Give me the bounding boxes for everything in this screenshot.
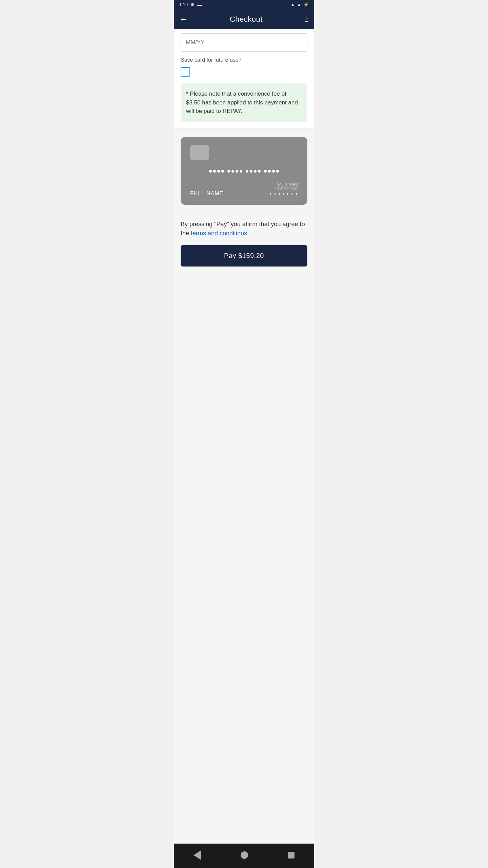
card-bottom: FULL NAME VALID THRU MONTH/YEAR • • • / … xyxy=(190,183,298,197)
back-nav-icon xyxy=(194,850,201,860)
dot xyxy=(221,170,224,173)
home-nav-icon xyxy=(241,851,248,859)
settings-icon: ⚙ xyxy=(190,2,195,7)
credit-card-visual: FULL NAME VALID THRU MONTH/YEAR • • • / … xyxy=(181,137,307,205)
wifi-icon: ▲ xyxy=(290,2,295,7)
dot xyxy=(258,170,261,173)
terms-section: By pressing "Pay" you affirm that you ag… xyxy=(174,213,314,244)
back-nav-button[interactable] xyxy=(191,848,204,863)
notice-text: * Please note that a convenience fee of … xyxy=(186,91,298,114)
page-title: Checkout xyxy=(230,15,263,24)
terms-text: By pressing "Pay" you affirm that you ag… xyxy=(181,220,307,239)
home-button[interactable]: ⌂ xyxy=(304,15,309,24)
back-icon: ← xyxy=(179,14,188,24)
pay-button-section: Pay $159.20 xyxy=(174,244,314,273)
terms-link[interactable]: terms and conditions. xyxy=(191,230,249,237)
dot xyxy=(250,170,252,173)
nav-bar xyxy=(174,844,314,868)
status-right: ▲ ▲ ⚡ xyxy=(290,2,309,7)
status-left: 1:19 ⚙ ▬ xyxy=(179,2,202,7)
card-expiry-value: • • • / • • • xyxy=(270,191,298,197)
dot-group-2 xyxy=(227,170,242,173)
dot xyxy=(227,170,230,173)
main-content: Save card for future use? * Please note … xyxy=(174,29,314,844)
dot xyxy=(264,170,267,173)
card-form-section: Save card for future use? * Please note … xyxy=(174,29,314,129)
save-card-checkbox-wrapper xyxy=(181,67,307,77)
signal-icon: ▲ xyxy=(297,2,301,7)
save-card-label: Save card for future use? xyxy=(181,57,307,63)
dot xyxy=(217,170,220,173)
card-visual-section: FULL NAME VALID THRU MONTH/YEAR • • • / … xyxy=(174,129,314,213)
status-bar: 1:19 ⚙ ▬ ▲ ▲ ⚡ xyxy=(174,0,314,9)
toolbar: ← Checkout ⌂ xyxy=(174,9,314,29)
card-expiry: VALID THRU MONTH/YEAR • • • / • • • xyxy=(270,183,298,197)
dot-group-1 xyxy=(209,170,224,173)
dot xyxy=(272,170,275,173)
card-name: FULL NAME xyxy=(190,191,223,197)
dot xyxy=(240,170,242,173)
dot xyxy=(231,170,234,173)
pay-button[interactable]: Pay $159.20 xyxy=(181,245,307,267)
home-icon: ⌂ xyxy=(304,15,309,23)
battery-icon: ⚡ xyxy=(303,2,309,7)
back-button[interactable]: ← xyxy=(179,14,188,24)
dot xyxy=(276,170,279,173)
dot xyxy=(246,170,248,173)
status-time: 1:19 xyxy=(179,2,188,7)
dot xyxy=(236,170,238,173)
card-month-year-label: MONTH/YEAR xyxy=(270,187,298,191)
card-chip xyxy=(190,145,209,160)
expiry-input[interactable] xyxy=(181,33,307,52)
card-number-dots xyxy=(190,170,298,173)
dot xyxy=(254,170,257,173)
dot xyxy=(209,170,212,173)
recent-nav-button[interactable] xyxy=(285,849,297,861)
card-valid-thru-label: VALID THRU xyxy=(270,183,298,186)
home-nav-button[interactable] xyxy=(238,849,251,862)
dot-group-4 xyxy=(264,170,279,173)
dot xyxy=(268,170,271,173)
sim-icon: ▬ xyxy=(197,2,202,7)
recent-nav-icon xyxy=(288,852,294,859)
dot-group-3 xyxy=(246,170,261,173)
notice-box: * Please note that a convenience fee of … xyxy=(181,83,307,122)
dot xyxy=(213,170,216,173)
save-card-checkbox[interactable] xyxy=(181,67,190,77)
